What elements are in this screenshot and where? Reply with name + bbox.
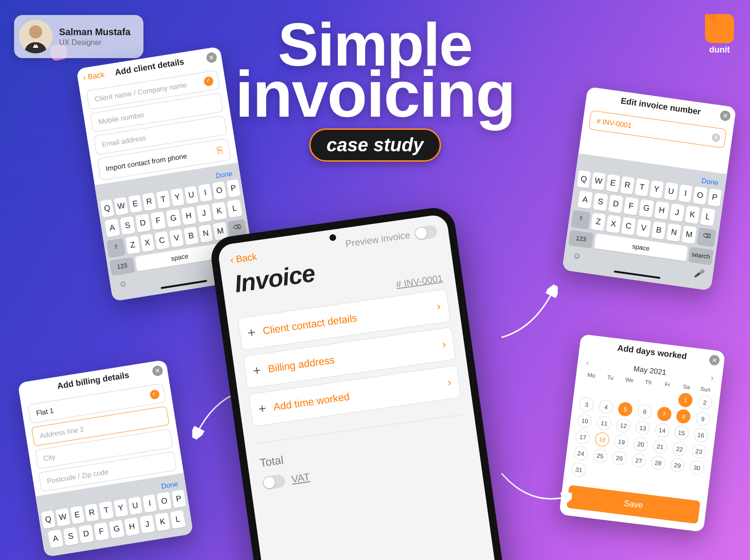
calendar-month: May 2021 <box>633 364 667 376</box>
title-pill: case study <box>309 128 441 162</box>
brand-name: dunit <box>705 45 734 55</box>
author-role: UX Designer <box>59 38 130 47</box>
clear-icon[interactable]: ✕ <box>711 133 720 142</box>
card-add-days-worked: Add days worked ✕ ‹ May 2021 › MoTuWeThF… <box>559 334 726 532</box>
calendar-grid[interactable]: 12 3456789 10111213141516 17181920212223… <box>563 380 720 499</box>
arrow-icon <box>497 469 572 525</box>
card-title: Add days worked <box>617 343 687 361</box>
arrow-icon <box>497 281 562 347</box>
close-icon[interactable]: ✕ <box>720 110 731 121</box>
author-name: Salman Mustafa <box>59 27 130 37</box>
check-icon <box>203 76 214 87</box>
back-button[interactable]: ‹ Back <box>82 70 105 82</box>
svg-point-1 <box>29 25 42 38</box>
toggle-switch <box>414 224 438 240</box>
brand-logo: dunit <box>705 14 734 55</box>
card-edit-invoice-number: Edit invoice number ✕ # INV-0001✕ Done Q… <box>562 87 736 291</box>
shift-key: ⇧ <box>106 238 126 257</box>
emoji-icon: ☺ <box>118 278 128 290</box>
check-icon <box>149 389 160 400</box>
close-icon[interactable]: ✕ <box>152 365 164 376</box>
avatar <box>19 20 52 53</box>
close-icon[interactable]: ✕ <box>709 354 720 366</box>
hero-title: Simple invoicing case study <box>235 19 515 162</box>
close-icon[interactable]: ✕ <box>206 52 218 63</box>
title-line2: invoicing <box>235 66 515 122</box>
card-title: Add billing details <box>57 370 130 391</box>
author-badge: Salman Mustafa UX Designer <box>14 15 143 58</box>
import-icon: ⎘ <box>216 145 223 157</box>
main-phone: ‹ Back Preview invoice Invoice # INV-000… <box>209 205 511 560</box>
card-add-billing: Add billing details ✕ Flat 1 Address lin… <box>18 359 194 557</box>
card-title: Add client details <box>114 57 185 77</box>
next-month[interactable]: › <box>708 373 716 384</box>
prev-month[interactable]: ‹ <box>584 358 591 368</box>
card-title: Edit invoice number <box>620 96 701 117</box>
back-button[interactable]: ‹ Back <box>230 251 257 266</box>
keyboard[interactable]: Done QWERTYUIOP ASDFGHJKL ⇧ZXCVBNM⌫ 123s… <box>562 153 727 291</box>
